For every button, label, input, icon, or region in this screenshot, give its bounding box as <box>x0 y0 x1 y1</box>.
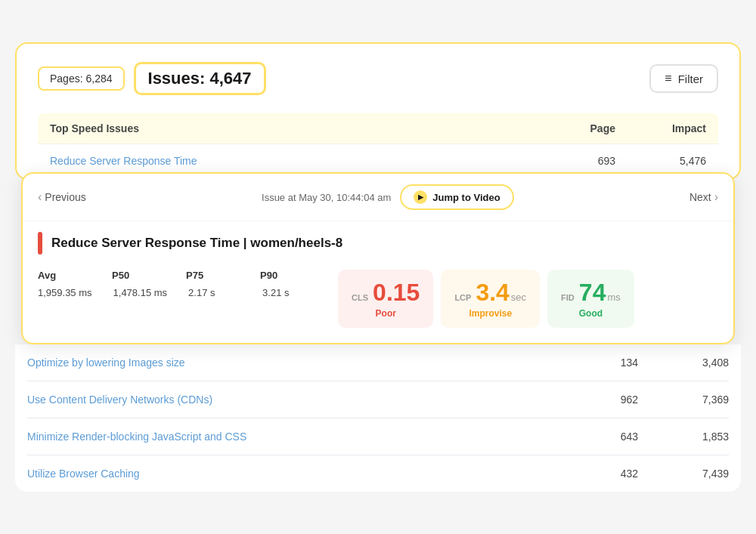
p50-value: 1,478.15 ms <box>113 287 168 298</box>
page-count-0: 134 <box>547 357 638 369</box>
page-count: 693 <box>525 155 615 167</box>
p75-header: P75 <box>186 270 239 281</box>
fid-card: FID 74 ms Good <box>547 270 634 328</box>
page-count-3: 432 <box>547 468 638 480</box>
prev-button[interactable]: ‹ Previous <box>38 190 86 204</box>
issue-link-0[interactable]: Optimize by lowering Images size <box>27 357 547 369</box>
p90-value: 3.21 s <box>262 287 315 298</box>
cls-label: CLS <box>352 293 368 302</box>
bottom-rows: Optimize by lowering Images size 134 3,4… <box>15 344 741 492</box>
chevron-left-icon: ‹ <box>38 190 42 204</box>
main-wrapper: Pages: 6,284 Issues: 4,647 ≡ Filter Top … <box>15 42 741 492</box>
middle-card: ‹ Previous Issue at May 30, 10:44:04 am … <box>21 172 735 344</box>
impact-count: 5,476 <box>615 155 706 167</box>
p90-header: P90 <box>260 270 313 281</box>
issues-badge: Issues: 4,647 <box>134 62 266 95</box>
fid-label: FID <box>561 293 575 302</box>
table-header-row: Top Speed Issues Page Impact <box>38 113 718 144</box>
issue-title-row: Reduce Server Response Time | women/heel… <box>23 221 733 262</box>
top-card: Pages: 6,284 Issues: 4,647 ≡ Filter Top … <box>15 42 741 180</box>
impact-count-1: 7,369 <box>638 394 729 406</box>
p50-header: P50 <box>112 270 165 281</box>
table-row: Utilize Browser Caching 432 7,439 <box>27 455 729 492</box>
impact-count-3: 7,439 <box>638 468 729 480</box>
web-vitals-cards: CLS 0.15 Poor LCP 3.4 sec Improvise FI <box>338 270 634 328</box>
fid-card-top: FID 74 ms <box>561 279 621 307</box>
top-issues-table: Top Speed Issues Page Impact Reduce Serv… <box>38 113 718 178</box>
metrics-values: 1,959.35 ms 1,478.15 ms 2.17 s 3.21 s <box>38 287 315 298</box>
lcp-card: LCP 3.4 sec Improvise <box>441 270 540 328</box>
lcp-unit: sec <box>511 292 526 303</box>
metrics-headers: Avg P50 P75 P90 <box>38 270 315 281</box>
timing-metrics: Avg P50 P75 P90 1,959.35 ms 1,478.15 ms … <box>38 270 315 328</box>
pages-badge: Pages: 6,284 <box>38 66 125 91</box>
cls-card: CLS 0.15 Poor <box>338 270 433 328</box>
cls-card-top: CLS 0.15 <box>352 279 420 307</box>
top-card-header: Pages: 6,284 Issues: 4,647 ≡ Filter <box>38 62 718 95</box>
lcp-value: 3.4 <box>476 279 509 307</box>
filter-icon: ≡ <box>665 72 671 85</box>
page-count-1: 962 <box>547 394 638 406</box>
issue-link-3[interactable]: Utilize Browser Caching <box>27 468 547 480</box>
cls-status: Poor <box>376 308 396 319</box>
p75-value: 2.17 s <box>188 287 241 298</box>
avg-header: Avg <box>38 270 91 281</box>
issue-title: Reduce Server Response Time | women/heel… <box>51 236 342 251</box>
lcp-status: Improvise <box>469 308 512 319</box>
metrics-row: Avg P50 P75 P90 1,959.35 ms 1,478.15 ms … <box>23 262 733 343</box>
fid-value: 74 <box>579 279 606 307</box>
issue-link-2[interactable]: Minimize Render-blocking JavaScript and … <box>27 431 547 443</box>
nav-center: Issue at May 30, 10:44:04 am ▶ Jump to V… <box>262 184 514 210</box>
lcp-card-top: LCP 3.4 sec <box>454 279 526 307</box>
filter-button[interactable]: ≡ Filter <box>649 64 718 93</box>
jump-to-video-button[interactable]: ▶ Jump to Video <box>400 184 513 210</box>
table-row: Optimize by lowering Images size 134 3,4… <box>27 344 729 381</box>
next-button[interactable]: Next › <box>689 190 718 204</box>
lcp-label: LCP <box>454 293 471 302</box>
issue-link-rsr[interactable]: Reduce Server Response Time <box>50 155 525 167</box>
table-row: Minimize Render-blocking JavaScript and … <box>27 418 729 455</box>
fid-unit: ms <box>607 292 620 303</box>
issue-timestamp: Issue at May 30, 10:44:04 am <box>262 192 391 203</box>
cls-value: 0.15 <box>373 279 420 307</box>
impact-count-0: 3,408 <box>638 357 729 369</box>
page-count-2: 643 <box>547 431 638 443</box>
issue-link-1[interactable]: Use Content Delivery Networks (CDNs) <box>27 394 547 406</box>
chevron-right-icon: › <box>714 190 718 204</box>
table-row: Use Content Delivery Networks (CDNs) 962… <box>27 381 729 418</box>
play-icon: ▶ <box>414 190 427 204</box>
severity-indicator <box>38 232 42 255</box>
avg-value: 1,959.35 ms <box>38 287 92 298</box>
middle-nav: ‹ Previous Issue at May 30, 10:44:04 am … <box>23 174 733 221</box>
fid-status: Good <box>579 308 603 319</box>
header-left: Pages: 6,284 Issues: 4,647 <box>38 62 266 95</box>
impact-count-2: 1,853 <box>638 431 729 443</box>
